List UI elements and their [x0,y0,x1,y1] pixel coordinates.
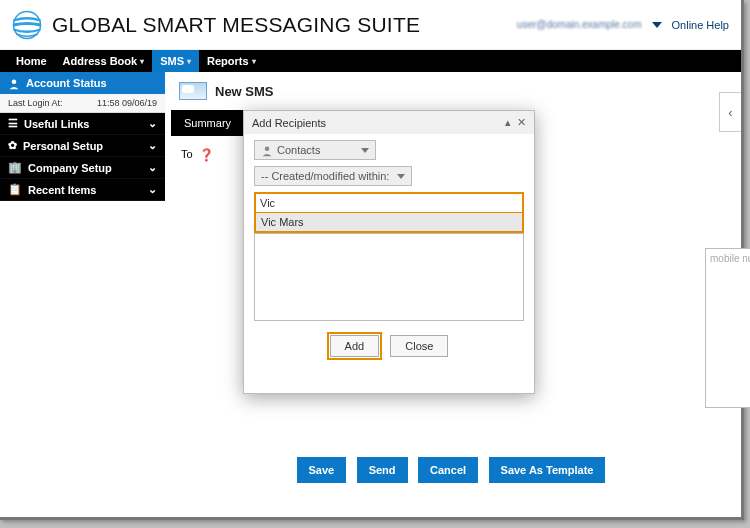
sidebar: Account Status Last Login At: 11:58 09/0… [0,72,165,201]
chevron-down-icon: ▾ [187,57,191,66]
sms-page-icon [179,82,207,100]
sidebar-item-personal-setup[interactable]: ✿Personal Setup ⌄ [0,135,165,157]
nav-reports[interactable]: Reports▾ [199,50,264,72]
cancel-button[interactable]: Cancel [418,457,478,483]
account-status-label: Account Status [26,77,107,89]
svg-point-1 [12,79,17,84]
close-icon[interactable]: ✕ [517,116,526,129]
gear-icon: ✿ [8,139,17,152]
person-icon [261,143,273,156]
save-as-template-button[interactable]: Save As Template [489,457,606,483]
online-help-link[interactable]: Online Help [672,19,729,31]
page-title: New SMS [215,84,274,99]
clipboard-icon: 📋 [8,183,22,196]
list-icon: ☰ [8,117,18,130]
sidebar-item-recent-items[interactable]: 📋Recent Items ⌄ [0,179,165,201]
tab-summary-label: Summary [184,117,231,129]
modal-title-label: Add Recipients [252,117,326,129]
save-button[interactable]: Save [297,457,347,483]
nav-address-book-label: Address Book [63,55,138,67]
chevron-down-icon: ▾ [252,57,256,66]
tab-summary[interactable]: Summary [171,110,244,136]
last-login-label: Last Login At: [8,98,63,108]
modal-add-button[interactable]: Add [330,335,380,357]
useful-links-label: Useful Links [24,118,89,130]
building-icon: 🏢 [8,161,22,174]
recipient-search-wrapper: Vic Mars [254,192,524,233]
mobile-number-input[interactable]: mobile number... [705,248,750,408]
chevron-down-icon [361,148,369,153]
sidebar-item-company-setup[interactable]: 🏢Company Setup ⌄ [0,157,165,179]
app-title: GLOBAL SMART MESSAGING SUITE [52,13,420,37]
chevron-left-icon: ‹ [728,105,732,120]
right-panel-toggle[interactable]: ‹ [719,92,741,132]
nav-sms-label: SMS [160,55,184,67]
modal-close-button[interactable]: Close [390,335,448,357]
collapse-icon[interactable]: ▴ [505,116,511,129]
chevron-down-icon: ⌄ [148,161,157,174]
save-template-label: Save As Template [501,464,594,476]
add-recipients-modal: Add Recipients ▴ ✕ Contacts -- Created/m… [243,110,535,394]
modal-close-label: Close [405,340,433,352]
created-select-label: -- Created/modified within: [261,170,389,182]
sidebar-item-useful-links[interactable]: ☰Useful Links ⌄ [0,113,165,135]
user-menu-caret-icon[interactable] [652,22,662,28]
contacts-select[interactable]: Contacts [254,140,376,160]
to-label: To [181,148,193,160]
mobile-placeholder: mobile number... [710,253,750,264]
nav-address-book[interactable]: Address Book▾ [55,50,153,72]
chevron-down-icon: ▾ [140,57,144,66]
recipient-suggestion[interactable]: Vic Mars [256,213,522,231]
personal-setup-label: Personal Setup [23,140,103,152]
chevron-down-icon [397,174,405,179]
action-buttons-row: Save Send Cancel Save As Template [171,457,731,483]
recent-items-label: Recent Items [28,184,96,196]
nav-home-label: Home [16,55,47,67]
main-nav: Home Address Book▾ SMS▾ Reports▾ [0,50,741,72]
help-icon[interactable]: ❓ [199,148,214,162]
user-account-label[interactable]: user@domain.example.com [517,19,642,30]
modal-titlebar: Add Recipients ▴ ✕ [244,111,534,134]
cancel-label: Cancel [430,464,466,476]
selected-recipients-box[interactable] [254,233,524,321]
last-login-value: 11:58 09/06/19 [97,98,157,108]
recipient-search-input[interactable] [256,194,522,213]
att-logo-icon [12,10,42,40]
account-status-header[interactable]: Account Status [0,72,165,94]
suggestion-label: Vic Mars [261,216,304,228]
app-window: GLOBAL SMART MESSAGING SUITE user@domain… [0,0,744,520]
last-login-row: Last Login At: 11:58 09/06/19 [0,94,165,113]
company-setup-label: Company Setup [28,162,112,174]
chevron-down-icon: ⌄ [148,139,157,152]
contacts-select-label: Contacts [277,144,320,156]
nav-home[interactable]: Home [8,50,55,72]
svg-point-2 [265,146,270,151]
footer: Home SMS Reports [0,512,741,528]
header: GLOBAL SMART MESSAGING SUITE user@domain… [0,0,741,50]
send-label: Send [369,464,396,476]
nav-sms[interactable]: SMS▾ [152,50,199,72]
chevron-down-icon: ⌄ [148,183,157,196]
modal-add-label: Add [345,340,365,352]
user-icon [8,76,20,89]
save-label: Save [309,464,335,476]
send-button[interactable]: Send [357,457,408,483]
nav-reports-label: Reports [207,55,249,67]
chevron-down-icon: ⌄ [148,117,157,130]
created-modified-select[interactable]: -- Created/modified within: [254,166,412,186]
